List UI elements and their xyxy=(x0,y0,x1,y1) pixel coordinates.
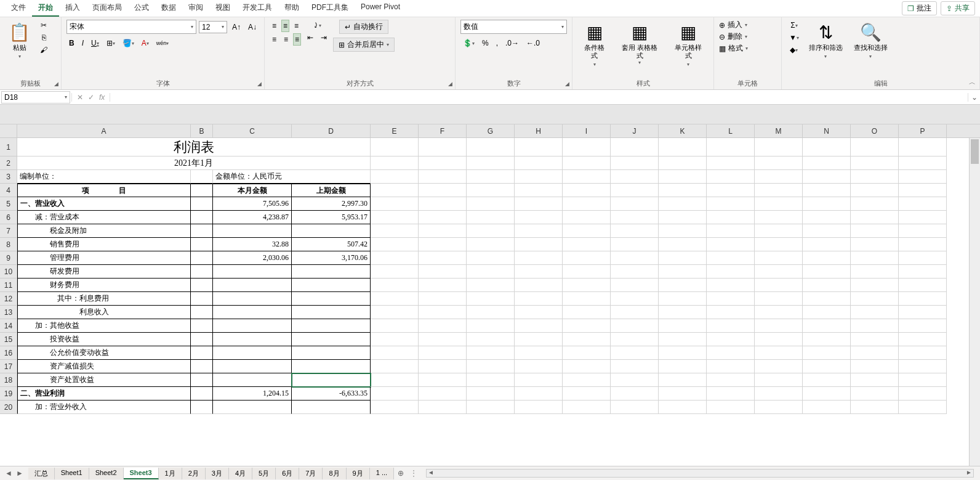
cell-B13[interactable] xyxy=(191,306,213,319)
cell-M19[interactable] xyxy=(755,387,803,401)
row-header-6[interactable]: 6 xyxy=(0,211,17,224)
col-header-G[interactable]: G xyxy=(467,124,515,137)
cell-K17[interactable] xyxy=(659,360,707,373)
cell-P2[interactable] xyxy=(899,157,947,170)
cell-L19[interactable] xyxy=(707,387,755,401)
cell-H11[interactable] xyxy=(515,279,563,292)
cell-L16[interactable] xyxy=(707,346,755,360)
cell-H20[interactable] xyxy=(515,401,563,414)
cell-B16[interactable] xyxy=(191,346,213,360)
number-format-combo[interactable]: 数值▾ xyxy=(460,20,567,34)
cell-I18[interactable] xyxy=(563,373,611,387)
cell-P6[interactable] xyxy=(899,211,947,224)
cell-M3[interactable] xyxy=(755,170,803,184)
cell-M15[interactable] xyxy=(755,333,803,346)
table-format-button[interactable]: ▦套用 表格格式▾ xyxy=(615,20,664,68)
row-header-20[interactable]: 20 xyxy=(0,401,17,414)
cell-G16[interactable] xyxy=(467,346,515,360)
cell-F14[interactable] xyxy=(419,319,467,333)
cell-I16[interactable] xyxy=(563,346,611,360)
cell-H14[interactable] xyxy=(515,319,563,333)
cell-M14[interactable] xyxy=(755,319,803,333)
col-header-N[interactable]: N xyxy=(803,124,851,137)
cell-J10[interactable] xyxy=(611,265,659,279)
cell-O9[interactable] xyxy=(851,251,899,265)
conditional-format-button[interactable]: ▦条件格式▾ xyxy=(577,20,611,71)
cell-L10[interactable] xyxy=(707,265,755,279)
cell-F12[interactable] xyxy=(419,292,467,306)
menu-开发工具[interactable]: 开发工具 xyxy=(236,0,278,17)
insert-cells-button[interactable]: ⊕ 插入 ▾ xyxy=(719,20,747,30)
cell-I7[interactable] xyxy=(563,224,611,238)
cell-N2[interactable] xyxy=(803,157,851,170)
find-select-button[interactable]: 🔍查找和选择▾ xyxy=(850,20,891,62)
comma-button[interactable]: , xyxy=(494,38,500,49)
cell-styles-button[interactable]: ▦单元格样式▾ xyxy=(668,20,709,71)
menu-插入[interactable]: 插入 xyxy=(59,0,86,17)
cut-button[interactable]: ✂ xyxy=(38,20,49,31)
cell-H17[interactable] xyxy=(515,360,563,373)
format-cells-button[interactable]: ▦ 格式 ▾ xyxy=(719,43,748,54)
cell-M5[interactable] xyxy=(755,197,803,211)
cell-K9[interactable] xyxy=(659,251,707,265)
cell-C4[interactable]: 本月金额 xyxy=(213,184,292,197)
cell-K4[interactable] xyxy=(659,184,707,197)
cell-M11[interactable] xyxy=(755,279,803,292)
cell-G3[interactable] xyxy=(467,170,515,184)
font-name-combo[interactable]: 宋体▾ xyxy=(66,20,196,34)
cell-I6[interactable] xyxy=(563,211,611,224)
underline-button[interactable]: U ▾ xyxy=(89,38,102,49)
cell-E11[interactable] xyxy=(371,279,419,292)
cell-O16[interactable] xyxy=(851,346,899,360)
cell-I5[interactable] xyxy=(563,197,611,211)
cell-K20[interactable] xyxy=(659,401,707,414)
cell-E4[interactable] xyxy=(371,184,419,197)
cell-M4[interactable] xyxy=(755,184,803,197)
row-header-1[interactable]: 1 xyxy=(0,138,17,157)
cell-A1[interactable]: 利润表 xyxy=(17,138,371,157)
cell-L4[interactable] xyxy=(707,184,755,197)
cell-D9[interactable]: 3,170.06 xyxy=(292,251,371,265)
cell-G1[interactable] xyxy=(467,138,515,157)
cell-B5[interactable] xyxy=(191,197,213,211)
cell-I19[interactable] xyxy=(563,387,611,401)
cell-M10[interactable] xyxy=(755,265,803,279)
cell-K5[interactable] xyxy=(659,197,707,211)
cell-D17[interactable] xyxy=(292,360,371,373)
cell-I11[interactable] xyxy=(563,279,611,292)
cell-N13[interactable] xyxy=(803,306,851,319)
cell-I14[interactable] xyxy=(563,319,611,333)
increase-indent-button[interactable]: ⇥ xyxy=(318,32,329,43)
cell-I17[interactable] xyxy=(563,360,611,373)
menu-开始[interactable]: 开始 xyxy=(32,0,59,17)
cell-A15[interactable]: 投资收益 xyxy=(17,333,191,346)
cell-B12[interactable] xyxy=(191,292,213,306)
cell-M1[interactable] xyxy=(755,138,803,157)
cell-E19[interactable] xyxy=(371,387,419,401)
decrease-decimal-button[interactable]: ←.0 xyxy=(524,38,542,49)
select-all-corner[interactable] xyxy=(0,124,17,138)
increase-font-button[interactable]: A↑ xyxy=(230,22,243,33)
cell-G12[interactable] xyxy=(467,292,515,306)
cell-B10[interactable] xyxy=(191,265,213,279)
cell-N1[interactable] xyxy=(803,138,851,157)
row-header-3[interactable]: 3 xyxy=(0,170,17,184)
cell-A6[interactable]: 减：营业成本 xyxy=(17,211,191,224)
cell-G6[interactable] xyxy=(467,211,515,224)
cell-D13[interactable] xyxy=(292,306,371,319)
cell-A8[interactable]: 销售费用 xyxy=(17,238,191,251)
cell-A19[interactable]: 二、营业利润 xyxy=(17,387,191,401)
autosum-button[interactable]: Σ ▾ xyxy=(788,20,800,31)
cell-L13[interactable] xyxy=(707,306,755,319)
cell-B8[interactable] xyxy=(191,238,213,251)
italic-button[interactable]: I xyxy=(79,38,86,49)
cell-A11[interactable]: 财务费用 xyxy=(17,279,191,292)
cell-B6[interactable] xyxy=(191,211,213,224)
col-header-I[interactable]: I xyxy=(563,124,611,137)
cell-M8[interactable] xyxy=(755,238,803,251)
cell-D6[interactable]: 5,953.17 xyxy=(292,211,371,224)
cell-E13[interactable] xyxy=(371,306,419,319)
cell-I13[interactable] xyxy=(563,306,611,319)
menu-公式[interactable]: 公式 xyxy=(128,0,155,17)
cell-B19[interactable] xyxy=(191,387,213,401)
